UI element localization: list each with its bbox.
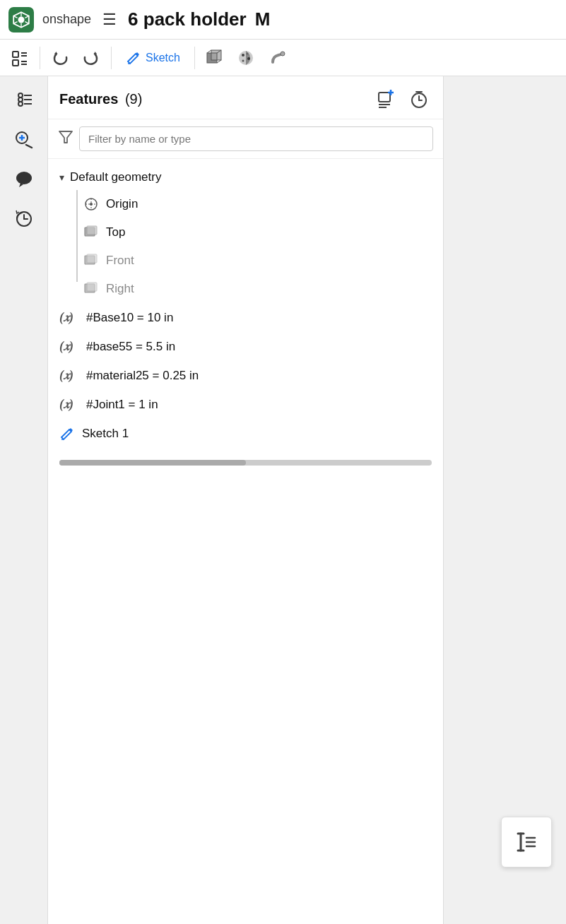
3d-view-icon xyxy=(204,47,225,69)
features-header: Features (9) xyxy=(48,76,443,119)
list-item[interactable]: Sketch 1 xyxy=(48,419,443,449)
svg-rect-37 xyxy=(379,93,390,102)
toolbar: Sketch xyxy=(0,40,566,76)
variable-icon-3: (𝑥) xyxy=(59,368,79,383)
list-item[interactable]: (𝑥) #base55 = 5.5 in xyxy=(48,332,443,361)
var-label-4: #Joint1 = 1 in xyxy=(86,398,158,412)
svg-point-20 xyxy=(242,59,244,61)
list-item[interactable]: Front xyxy=(48,247,443,275)
list-item[interactable]: Top xyxy=(48,218,443,247)
variable-icon-2: (𝑥) xyxy=(59,339,79,354)
tree-line xyxy=(76,190,78,282)
section-label: Default geometry xyxy=(70,170,161,184)
sidebar-icons xyxy=(0,76,48,924)
svg-line-31 xyxy=(26,145,32,148)
redo-icon xyxy=(82,49,100,67)
sketch1-label: Sketch 1 xyxy=(82,427,129,441)
right-panel xyxy=(444,76,566,924)
plane-icon-right xyxy=(83,281,99,297)
origin-label: Origin xyxy=(106,197,138,211)
sidebar-feature-list-icon xyxy=(13,90,35,111)
sidebar-history-btn[interactable] xyxy=(7,202,41,236)
add-panel-btn[interactable] xyxy=(374,86,399,112)
comment-icon xyxy=(13,169,35,190)
list-view-btn[interactable] xyxy=(501,817,552,867)
onshape-logo xyxy=(8,7,34,32)
undo-button[interactable] xyxy=(46,44,74,72)
scrollbar-thumb xyxy=(59,460,246,466)
hamburger-icon[interactable]: ☰ xyxy=(102,11,117,29)
app-name-label: onshape xyxy=(42,12,91,27)
filter-row xyxy=(48,119,443,159)
svg-point-32 xyxy=(16,172,32,184)
sidebar-comment-btn[interactable] xyxy=(7,162,41,196)
sidebar-add-icon xyxy=(13,129,35,150)
toolbar-divider-2 xyxy=(111,47,112,69)
sidebar-add-btn[interactable] xyxy=(7,123,41,157)
redo-button[interactable] xyxy=(77,44,105,72)
plane-icon-front xyxy=(83,253,99,268)
main-layout: Features (9) xyxy=(0,76,566,924)
chevron-down-icon: ▾ xyxy=(59,172,64,183)
svg-point-1 xyxy=(18,16,25,23)
features-panel: Features (9) xyxy=(48,76,444,924)
variable-icon-4: (𝑥) xyxy=(59,397,79,412)
feature-list: ▾ Default geometry Origin xyxy=(48,159,443,924)
document-title: 6 pack holder xyxy=(128,8,247,30)
feature-list-icon xyxy=(10,48,30,68)
list-item[interactable]: (𝑥) #Joint1 = 1 in xyxy=(48,390,443,419)
filter-input[interactable] xyxy=(79,126,433,151)
svg-line-13 xyxy=(207,50,211,53)
sketch-label: Sketch xyxy=(146,52,180,64)
right-label: Right xyxy=(106,282,134,296)
list-item[interactable]: (𝑥) #Base10 = 10 in xyxy=(48,303,443,332)
undo-icon xyxy=(51,49,69,67)
svg-rect-53 xyxy=(87,226,97,235)
appearance-button[interactable] xyxy=(232,44,260,72)
svg-point-27 xyxy=(18,102,23,106)
variable-icon-1: (𝑥) xyxy=(59,310,79,325)
features-title: Features (9) xyxy=(59,91,142,107)
svg-rect-10 xyxy=(211,50,221,60)
svg-rect-2 xyxy=(13,52,18,57)
doc-title-suffix: M xyxy=(255,8,271,30)
toolbar-divider-3 xyxy=(194,47,195,69)
pipe-icon xyxy=(267,48,287,68)
svg-rect-55 xyxy=(87,254,97,263)
svg-line-15 xyxy=(217,60,221,63)
list-view-icon xyxy=(514,829,539,855)
list-item[interactable]: Origin xyxy=(48,190,443,218)
history-icon xyxy=(13,208,35,230)
top-label: Top xyxy=(106,225,125,239)
sketch-button[interactable]: Sketch xyxy=(117,46,189,70)
features-header-icons xyxy=(374,86,432,112)
svg-point-17 xyxy=(242,54,244,57)
feature-list-toolbar-btn[interactable] xyxy=(6,44,34,72)
front-label: Front xyxy=(106,254,134,268)
top-bar: onshape ☰ 6 pack holder M xyxy=(0,0,566,40)
sidebar-feature-list-btn[interactable] xyxy=(7,83,41,117)
scrollbar-area[interactable] xyxy=(59,460,432,466)
tree-container: Origin Top Front xyxy=(48,190,443,303)
svg-marker-47 xyxy=(59,131,72,143)
svg-point-18 xyxy=(246,52,248,54)
3d-view-button[interactable] xyxy=(201,44,229,72)
svg-rect-5 xyxy=(13,60,18,66)
var-label-2: #base55 = 5.5 in xyxy=(86,340,175,354)
svg-rect-57 xyxy=(87,283,97,291)
var-label-3: #material25 = 0.25 in xyxy=(86,369,199,383)
timer-icon xyxy=(409,89,429,109)
timer-btn[interactable] xyxy=(406,86,432,112)
funnel-icon xyxy=(58,129,73,145)
list-item[interactable]: Right xyxy=(48,275,443,303)
plane-icon-top xyxy=(83,225,99,240)
origin-icon xyxy=(83,196,99,212)
default-geometry-section[interactable]: ▾ Default geometry xyxy=(48,165,443,190)
toolbar-divider-1 xyxy=(40,47,40,69)
sketch-item-icon xyxy=(59,426,75,442)
appearance-icon xyxy=(236,48,256,68)
svg-point-21 xyxy=(281,52,285,56)
list-item[interactable]: (𝑥) #material25 = 0.25 in xyxy=(48,361,443,390)
pipe-button[interactable] xyxy=(263,44,291,72)
filter-icon xyxy=(58,129,73,148)
